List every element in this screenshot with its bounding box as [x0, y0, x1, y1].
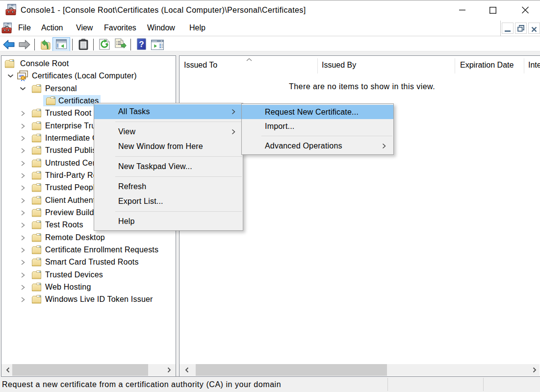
svg-text:?: ?: [139, 40, 144, 49]
